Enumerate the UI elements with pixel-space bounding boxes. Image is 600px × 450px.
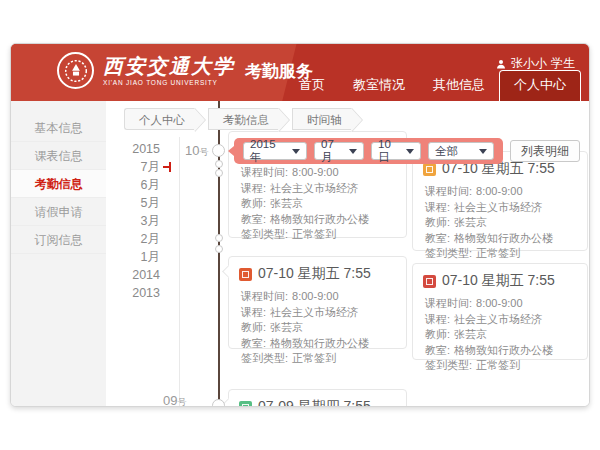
attendance-row-label: 签到类型:	[241, 227, 288, 243]
attendance-row-value: 格物致知行政办公楼	[454, 231, 553, 247]
attendance-card-row: 课程: 社会主义市场经济	[241, 305, 396, 321]
attendance-card-row: 教师: 张芸京	[425, 327, 577, 343]
attendance-card-row: 教师: 张芸京	[425, 215, 577, 231]
attendance-card-body: 课程时间: 8:00-9:00 课程: 社会主义市场经济 教师: 张	[413, 290, 587, 374]
day-number: 09	[163, 393, 177, 407]
attendance-row-label: 教室:	[425, 231, 450, 247]
breadcrumb-item[interactable]: 考勤信息	[208, 108, 279, 130]
brand: 西安交通大学 XI'AN JIAO TONG UNIVERSITY 考勤服务	[57, 52, 313, 89]
timeline-period[interactable]: 2015	[106, 140, 174, 158]
filter-select-value: 10日	[378, 138, 401, 165]
breadcrumb-item[interactable]: 个人中心	[124, 108, 195, 130]
filter-select[interactable]: 2015年	[243, 142, 307, 160]
timeline-node	[215, 234, 223, 242]
filter-bar: 2015年 07月 10日 全部	[234, 138, 503, 164]
sidebar-item[interactable]: 订阅信息	[11, 226, 106, 254]
nav-item[interactable]: 其他信息	[419, 70, 499, 101]
attendance-card-row: 课程: 社会主义市场经济	[241, 181, 396, 197]
attendance-row-value: 社会主义市场经济	[270, 305, 358, 321]
sidebar-item[interactable]: 基本信息	[11, 114, 106, 142]
attendance-row-value: 正常签到	[476, 246, 520, 262]
attendance-row-label: 教室:	[425, 343, 450, 359]
attendance-row-value: 社会主义市场经济	[270, 181, 358, 197]
attendance-row-value: 张芸京	[270, 196, 303, 212]
attendance-card: 07-10 星期五 7:55 课程时间: 8:00-9:00 课程: 社会主义市…	[412, 151, 588, 251]
nav-item[interactable]: 个人中心	[499, 70, 581, 101]
attendance-card-header: 07-10 星期五 7:55	[229, 257, 406, 283]
timeline-period[interactable]: 7月	[106, 158, 174, 176]
attendance-card-header: 07-10 星期五 7:55	[413, 264, 587, 290]
timeline-node	[212, 144, 225, 157]
rail-divider	[179, 137, 180, 407]
filter-select-value: 全部	[435, 144, 458, 159]
attendance-card-row: 课程时间: 8:00-9:00	[425, 296, 577, 312]
attendance-row-label: 签到类型:	[425, 358, 472, 374]
attendance-row-label: 课程:	[241, 305, 266, 321]
attendance-card-header: 07-09 星期四 7:55	[229, 390, 406, 407]
attendance-row-value: 格物致知行政办公楼	[270, 212, 369, 228]
attendance-card-title: 07-10 星期五 7:55	[258, 265, 371, 283]
timeline-period[interactable]: 3月	[106, 212, 174, 230]
timeline-period-rail: 2015 7月 6月 5月 3月 2月 1月 2014 2013	[106, 140, 174, 302]
main-content: 个人中心 考勤信息 时间轴 2015 7月 6月 5月 3月	[106, 101, 589, 407]
attendance-row-value: 正常签到	[292, 351, 336, 367]
filter-select[interactable]: 10日	[371, 142, 421, 160]
attendance-card-row: 课程: 社会主义市场经济	[425, 200, 577, 216]
attendance-type-icon	[423, 163, 436, 176]
attendance-row-value: 正常签到	[292, 227, 336, 243]
attendance-card-row: 教师: 张芸京	[241, 196, 396, 212]
filter-select[interactable]: 07月	[314, 142, 364, 160]
attendance-card-row: 教室: 格物致知行政办公楼	[241, 212, 396, 228]
attendance-row-label: 签到类型:	[425, 246, 472, 262]
body-row: 基本信息 课表信息 考勤信息 请假申请 订阅信息 个人中心 考勤信息 时间轴	[11, 101, 589, 407]
attendance-card: 07-10 星期五 7:55 课程时间: 8:00-9:00 课程: 社会主义市…	[228, 256, 407, 349]
main-nav: 首页 教室情况 其他信息 个人中心	[285, 70, 581, 101]
attendance-row-value: 8:00-9:00	[292, 289, 338, 305]
attendance-row-value: 格物致知行政办公楼	[454, 343, 553, 359]
university-name-en: XI'AN JIAO TONG UNIVERSITY	[103, 79, 235, 86]
attendance-row-value: 社会主义市场经济	[454, 312, 542, 328]
attendance-card-row: 课程时间: 8:00-9:00	[425, 184, 577, 200]
dropdown-caret-icon	[406, 149, 414, 154]
attendance-card-row: 签到类型: 正常签到	[425, 358, 577, 374]
attendance-card-row: 签到类型: 正常签到	[241, 227, 396, 243]
timeline-period[interactable]: 1月	[106, 248, 174, 266]
attendance-row-label: 教室:	[241, 212, 266, 228]
person-icon	[495, 58, 507, 70]
timeline-period[interactable]: 2014	[106, 266, 174, 284]
sidebar-item[interactable]: 考勤信息	[11, 170, 106, 198]
attendance-row-value: 8:00-9:00	[476, 184, 522, 200]
timeline-period[interactable]: 5月	[106, 194, 174, 212]
nav-item[interactable]: 首页	[285, 70, 339, 101]
attendance-row-label: 教师:	[425, 327, 450, 343]
attendance-row-label: 课程:	[425, 312, 450, 328]
sidebar-item[interactable]: 课表信息	[11, 142, 106, 170]
sidebar-item[interactable]: 请假申请	[11, 198, 106, 226]
attendance-row-label: 课程时间:	[425, 184, 472, 200]
attendance-row-label: 签到类型:	[241, 351, 288, 367]
breadcrumb-item[interactable]: 时间轴	[292, 108, 352, 130]
timeline-period[interactable]: 6月	[106, 176, 174, 194]
attendance-row-value: 格物致知行政办公楼	[270, 336, 369, 352]
attendance-card-row: 课程时间: 8:00-9:00	[241, 165, 396, 181]
attendance-card-title: 07-10 星期五 7:55	[442, 272, 555, 290]
attendance-row-value: 社会主义市场经济	[454, 200, 542, 216]
attendance-row-label: 课程:	[425, 200, 450, 216]
list-detail-button[interactable]: 列表明细	[510, 140, 580, 162]
attendance-card-row: 签到类型: 正常签到	[241, 351, 396, 367]
timeline-period[interactable]: 2月	[106, 230, 174, 248]
attendance-row-value: 8:00-9:00	[476, 296, 522, 312]
nav-item[interactable]: 教室情况	[339, 70, 419, 101]
university-gear-logo-icon	[57, 52, 94, 89]
timeline-period[interactable]: 2013	[106, 284, 174, 302]
filter-select[interactable]: 全部	[428, 142, 494, 160]
attendance-card-row: 签到类型: 正常签到	[425, 246, 577, 262]
brand-text: 西安交通大学 XI'AN JIAO TONG UNIVERSITY	[103, 55, 235, 86]
day-marker: 10号	[185, 141, 208, 159]
attendance-card: 07-10 星期五 7:55 课程时间: 8:00-9:00 课程: 社会主义市…	[412, 263, 588, 360]
day-unit: 号	[199, 147, 208, 157]
attendance-card-title: 07-09 星期四 7:55	[258, 398, 371, 407]
attendance-row-value: 张芸京	[270, 320, 303, 336]
timeline-node	[212, 399, 225, 407]
attendance-type-icon	[239, 268, 252, 281]
